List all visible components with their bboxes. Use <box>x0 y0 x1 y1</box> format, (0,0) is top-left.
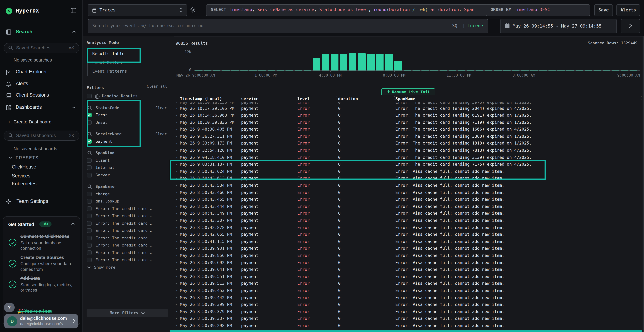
row-expand-chevron-icon[interactable]: › <box>175 162 178 166</box>
filter-option[interactable]: Error <box>87 112 174 119</box>
table-row[interactable]: ›May 26 10:14:36.963 PMpaymentError0Erro… <box>174 112 644 119</box>
analysis-mode-option[interactable]: Event Deltas <box>88 58 174 67</box>
histogram-bar[interactable] <box>603 70 610 70</box>
histogram-bar[interactable] <box>367 54 374 70</box>
row-expand-chevron-icon[interactable]: › <box>175 176 178 180</box>
saved-dashboards-input[interactable]: Saved Dashboards ⌘K <box>4 130 80 140</box>
histogram-bar[interactable] <box>521 70 529 70</box>
filter-option[interactable]: Client <box>87 157 174 164</box>
table-row[interactable]: ›May 26 8:50:42.655 PMpaymentError0Error… <box>174 231 644 238</box>
histogram-bar[interactable] <box>449 70 456 70</box>
row-expand-chevron-icon[interactable]: › <box>175 218 178 222</box>
filter-option[interactable]: Error: The credit card … <box>87 205 174 212</box>
checkbox[interactable] <box>87 214 92 218</box>
analysis-mode-option[interactable]: Results Table <box>87 49 174 58</box>
checkbox[interactable] <box>87 120 92 125</box>
histogram-bar[interactable] <box>467 70 474 70</box>
save-button[interactable]: Save <box>594 4 613 16</box>
get-started-item[interactable]: Connect to ClickHouse Set up your databa… <box>8 234 76 251</box>
table-row[interactable]: ›May 26 8:50:43.455 PMpaymentError0Error… <box>174 196 644 203</box>
row-expand-chevron-icon[interactable]: › <box>175 102 178 104</box>
row-expand-chevron-icon[interactable]: › <box>175 246 178 250</box>
histogram-bar[interactable] <box>630 70 638 70</box>
row-expand-chevron-icon[interactable]: › <box>175 254 178 258</box>
presets-section[interactable]: PRESETS <box>8 156 39 160</box>
table-row[interactable]: ›May 26 10:17:29.105 PMpaymentError0Erro… <box>174 105 644 112</box>
table-row[interactable]: ›May 26 8:50:39.442 PMpaymentError0Error… <box>174 294 644 301</box>
histogram-bar[interactable] <box>195 70 202 70</box>
column-header-service[interactable]: service <box>241 96 258 101</box>
run-query-button[interactable] <box>621 19 640 33</box>
sidebar-item-chart-explorer[interactable]: Chart Explorer <box>0 68 82 76</box>
row-expand-chevron-icon[interactable]: › <box>175 141 178 145</box>
time-range-picker[interactable]: May 26 09:14:55 - May 27 09:14:55 <box>500 19 617 33</box>
table-row[interactable]: ›May 26 9:33:09.173 PMpaymentError0Error… <box>174 140 644 147</box>
row-expand-chevron-icon[interactable]: › <box>175 120 178 124</box>
filter-option[interactable]: Error: The credit card … <box>87 227 174 234</box>
column-separator-icon[interactable]: ⋮ <box>294 96 298 100</box>
denoise-results-option[interactable]: Denoise Results <box>87 93 174 100</box>
table-row[interactable]: ›May 26 9:32:54.120 PMpaymentError0Error… <box>174 147 644 154</box>
checkbox[interactable] <box>87 236 92 240</box>
checkbox[interactable] <box>87 94 92 98</box>
table-row[interactable]: ›May 26 10:20:18.155 PMpaymentError0Erro… <box>174 102 644 105</box>
row-expand-chevron-icon[interactable]: › <box>175 113 178 117</box>
histogram-bar[interactable] <box>358 54 366 70</box>
row-expand-chevron-icon[interactable]: › <box>175 197 178 201</box>
alerts-button[interactable]: Alerts <box>616 4 640 16</box>
filter-option[interactable]: Error: The credit card … <box>87 212 174 220</box>
column-separator-icon[interactable]: ⋮ <box>392 96 396 100</box>
histogram-bar[interactable] <box>485 70 492 70</box>
histogram-bar[interactable] <box>512 70 520 70</box>
clear-filter-link[interactable]: Clear <box>156 132 167 136</box>
sidebar-item-dashboards[interactable]: Dashboards <box>0 104 82 112</box>
histogram-bar[interactable] <box>231 70 239 70</box>
results-histogram[interactable] <box>194 52 638 70</box>
source-select[interactable]: Traces <box>88 4 187 16</box>
row-expand-chevron-icon[interactable]: › <box>175 302 178 306</box>
histogram-bar[interactable] <box>295 70 302 70</box>
checkbox[interactable] <box>87 192 92 196</box>
table-row[interactable]: ›May 26 8:50:43.613 PMpaymentError0Error… <box>174 175 644 182</box>
checkbox[interactable] <box>87 258 92 262</box>
checkbox[interactable] <box>87 243 92 248</box>
column-header-spanname[interactable]: SpanName <box>395 96 415 101</box>
histogram-bar[interactable] <box>213 70 220 70</box>
saved-searches-input[interactable]: Saved Searches ⌘K <box>4 43 80 53</box>
filter-option[interactable]: Error: The credit card … <box>87 249 174 256</box>
row-expand-chevron-icon[interactable]: › <box>175 212 178 215</box>
sidebar-item-alerts[interactable]: Alerts <box>0 80 82 88</box>
histogram-bar[interactable] <box>376 54 384 70</box>
checkbox[interactable] <box>87 158 92 162</box>
filter-option[interactable]: Error: The credit card … <box>87 220 174 227</box>
sidebar-item-client-sessions[interactable]: Client Sessions <box>0 91 82 100</box>
filter-option[interactable]: dns.lookup <box>87 198 174 205</box>
histogram-bar[interactable] <box>304 70 311 70</box>
histogram-bar[interactable] <box>476 70 483 70</box>
table-row[interactable]: ›May 26 8:50:39.453 PMpaymentError0Error… <box>174 287 644 294</box>
clear-all-link[interactable]: Clear all <box>147 84 167 88</box>
histogram-bar[interactable] <box>313 58 320 70</box>
histogram-bar[interactable] <box>222 70 230 70</box>
histogram-bar[interactable] <box>349 54 356 70</box>
row-expand-chevron-icon[interactable]: › <box>175 232 178 236</box>
table-row[interactable]: ›May 26 10:10:39.836 PMpaymentError0Erro… <box>174 119 644 126</box>
user-menu[interactable]: D dale@clickhouse.com dale@clickhouse.co… <box>4 314 78 328</box>
get-started-item[interactable]: Add Data Start sending logs, metrics, or… <box>8 276 76 293</box>
checkbox[interactable] <box>87 221 92 226</box>
histogram-bar[interactable] <box>385 54 393 70</box>
table-row[interactable]: ›May 26 8:50:39.513 PMpaymentError0Error… <box>174 280 644 287</box>
histogram-bar[interactable] <box>258 70 266 70</box>
checkbox[interactable] <box>87 172 92 177</box>
table-row[interactable]: ›May 26 9:04:18.410 PMpaymentError0Error… <box>174 154 644 161</box>
row-expand-chevron-icon[interactable]: › <box>175 148 178 152</box>
histogram-bar[interactable] <box>440 70 447 70</box>
sidebar-collapse-icon[interactable] <box>70 8 76 14</box>
clear-filter-link[interactable]: Clear <box>156 105 167 110</box>
sidebar-item-team-settings[interactable]: Team Settings <box>0 197 82 206</box>
histogram-bar[interactable] <box>249 70 257 70</box>
row-expand-chevron-icon[interactable]: › <box>175 282 178 286</box>
histogram-bar[interactable] <box>494 70 502 70</box>
histogram-bar[interactable] <box>286 70 293 70</box>
row-expand-chevron-icon[interactable]: › <box>175 127 178 131</box>
